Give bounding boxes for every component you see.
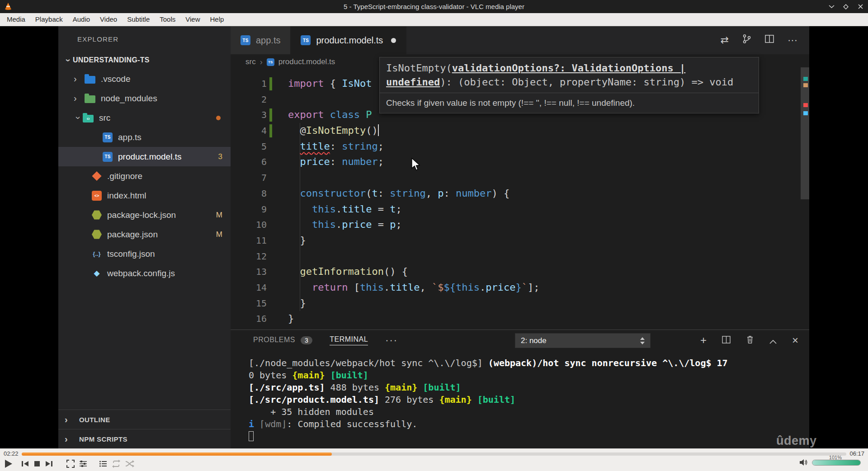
volume-slider[interactable]: [812, 460, 861, 466]
menu-item-playback[interactable]: Playback: [30, 13, 68, 26]
terminal-line: i ⌈wdm⌋: Compiled successfully.: [249, 418, 809, 430]
new-terminal-icon[interactable]: +: [700, 334, 707, 347]
tree-item-product-model-ts[interactable]: TSproduct.model.ts3: [58, 147, 231, 166]
tree-item-webpack-config-js[interactable]: ◆webpack.config.js: [58, 264, 231, 283]
close-button[interactable]: [855, 2, 865, 11]
maximize-panel-chevron-icon[interactable]: [769, 334, 777, 347]
spinner-arrows-icon: [640, 337, 645, 344]
code-line-11[interactable]: 11 }: [231, 233, 800, 249]
panel-more-icon[interactable]: ···: [385, 334, 398, 346]
code-text: }: [288, 311, 294, 327]
code-line-15[interactable]: 15 }: [231, 296, 800, 311]
tree-item-app-ts[interactable]: TSapp.ts: [58, 127, 231, 147]
code-line-7[interactable]: 7: [231, 170, 800, 186]
sidebar-section-outline[interactable]: › OUTLINE: [58, 410, 231, 429]
line-number: 16: [231, 311, 267, 327]
code-line-4[interactable]: 4 @IsNotEmpty(): [231, 123, 800, 139]
panel-tab-problems[interactable]: PROBLEMS 3: [253, 330, 312, 351]
chevron-right-icon: ›: [74, 93, 85, 104]
tree-item-package-lock-json[interactable]: package-lock.jsonM: [58, 205, 231, 225]
stop-button[interactable]: [33, 459, 42, 468]
tree-item-label: product.model.ts: [118, 152, 181, 162]
ts-file-icon: TS: [103, 152, 113, 162]
extended-settings-button[interactable]: [79, 459, 88, 468]
menu-item-tools[interactable]: Tools: [155, 13, 180, 26]
tree-item-label: app.ts: [118, 132, 142, 142]
menu-item-media[interactable]: Media: [2, 13, 30, 26]
code-text: title: string;: [288, 139, 384, 155]
code-line-6[interactable]: 6 price: number;: [231, 154, 800, 170]
line-number: 2: [231, 92, 267, 108]
loop-button[interactable]: [111, 459, 121, 468]
tree-item-label: package-lock.json: [107, 210, 176, 220]
tree-item-tsconfig-json[interactable]: {..}tsconfig.json: [58, 244, 231, 264]
breadcrumb: src › TS product.model.ts: [231, 54, 335, 70]
playlist-button[interactable]: [99, 459, 108, 468]
seek-slider[interactable]: [22, 452, 846, 456]
change-indicator: [269, 77, 272, 90]
close-panel-icon[interactable]: ×: [792, 334, 798, 347]
fullscreen-button[interactable]: [66, 459, 75, 468]
menu-bar: MediaPlaybackAudioVideoSubtitleToolsView…: [0, 13, 868, 26]
code-line-13[interactable]: 13 getInformation() {: [231, 264, 800, 280]
menu-item-help[interactable]: Help: [205, 13, 229, 26]
editor-region: TS app.ts TS product.model.ts ⇄ ·: [231, 26, 809, 448]
tree-item-index-html[interactable]: <>index.html: [58, 186, 231, 205]
code-line-10[interactable]: 10 this.price = p;: [231, 217, 800, 233]
tree-item--vscode[interactable]: ›.vscode: [58, 69, 231, 89]
code-text: this.price = p;: [288, 217, 402, 233]
terminal-selector-dropdown[interactable]: 2: node: [515, 333, 651, 348]
code-line-5[interactable]: 5 title: string;: [231, 139, 800, 155]
sidebar-section-npm-scripts[interactable]: › NPM SCRIPTS: [58, 429, 231, 448]
terminal-output[interactable]: [./node_modules/webpack/hot sync ^\.\/lo…: [231, 351, 809, 448]
code-line-8[interactable]: 8 constructor(t: string, p: number) {: [231, 186, 800, 202]
tab-app-ts[interactable]: TS app.ts: [231, 26, 291, 54]
code-text: @IsNotEmpty(): [288, 123, 379, 139]
tree-item-label: index.html: [107, 191, 146, 201]
menu-item-subtitle[interactable]: Subtitle: [122, 13, 155, 26]
compare-changes-icon[interactable]: ⇄: [721, 34, 729, 46]
play-button[interactable]: [3, 458, 14, 469]
menu-item-video[interactable]: Video: [95, 13, 122, 26]
kill-terminal-trash-icon[interactable]: [746, 334, 754, 347]
code-line-9[interactable]: 9 this.title = t;: [231, 202, 800, 217]
terminal-cursor: [249, 431, 254, 441]
minimize-button[interactable]: [826, 2, 836, 11]
split-terminal-icon[interactable]: [722, 334, 731, 347]
braces-file-icon: {..}: [92, 249, 102, 259]
tree-item-label: tsconfig.json: [107, 249, 155, 259]
line-number: 6: [231, 154, 267, 170]
next-button[interactable]: [44, 459, 54, 468]
maximize-button[interactable]: [841, 2, 851, 11]
more-actions-icon[interactable]: ···: [788, 34, 797, 46]
split-editor-icon[interactable]: [765, 34, 774, 46]
panel-tab-terminal[interactable]: TERMINAL: [330, 330, 368, 351]
source-control-icon[interactable]: [742, 34, 751, 47]
chevron-right-icon: ›: [74, 74, 85, 84]
tree-item-package-json[interactable]: package.jsonM: [58, 225, 231, 244]
tree-item-label: package.json: [107, 230, 158, 240]
tree-item--gitignore[interactable]: .gitignore: [58, 166, 231, 186]
chevron-down-icon: ›: [73, 113, 84, 122]
tab-product-model-ts[interactable]: TS product.model.ts: [291, 26, 406, 54]
code-line-16[interactable]: 16}: [231, 311, 800, 327]
random-button[interactable]: [125, 459, 135, 468]
code-line-14[interactable]: 14 return [this.title, `$${this.price}`]…: [231, 280, 800, 296]
modified-dot-icon[interactable]: [391, 38, 396, 43]
code-text: this.title = t;: [288, 202, 402, 217]
explorer-sidebar: EXPLORER › UNDERSTANDING-TS ›.vscode›nod…: [58, 26, 231, 448]
menu-item-view[interactable]: View: [180, 13, 205, 26]
video-area[interactable]: EXPLORER › UNDERSTANDING-TS ›.vscode›nod…: [0, 26, 868, 448]
breadcrumb-item-file[interactable]: product.model.ts: [278, 57, 335, 66]
change-indicator: [269, 108, 272, 122]
previous-button[interactable]: [20, 459, 30, 468]
overview-mark-teal: [803, 77, 808, 81]
breadcrumb-item-src[interactable]: src: [245, 57, 256, 66]
speaker-icon[interactable]: [799, 458, 808, 466]
tree-root-understanding-ts[interactable]: › UNDERSTANDING-TS: [58, 51, 231, 69]
tree-item-src[interactable]: ›src: [58, 108, 231, 127]
menu-item-audio[interactable]: Audio: [68, 13, 95, 26]
terminal-line: [./src/product.model.ts] 276 bytes {main…: [249, 394, 809, 406]
code-line-12[interactable]: 12: [231, 249, 800, 264]
tree-item-node-modules[interactable]: ›node_modules: [58, 89, 231, 108]
